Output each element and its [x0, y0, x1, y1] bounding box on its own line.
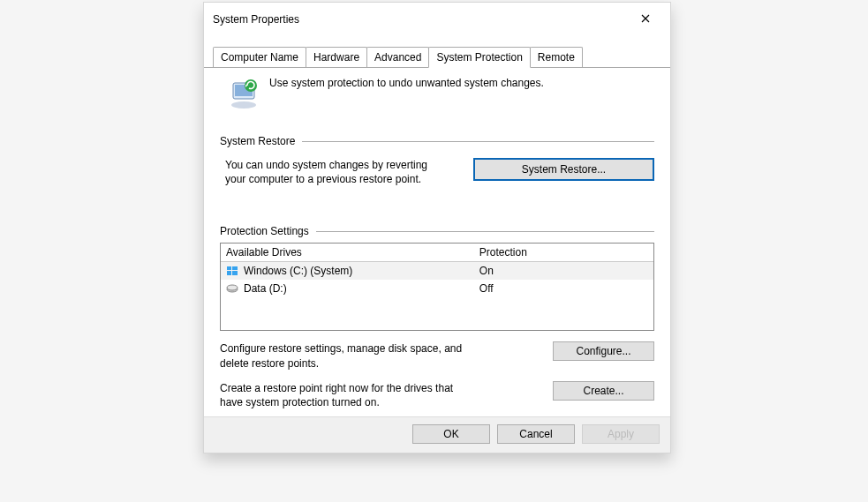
- tab-strip: Computer Name Hardware Advanced System P…: [204, 36, 670, 68]
- drive-protection: Off: [479, 282, 648, 295]
- drive-name-cell: Windows (C:) (System): [226, 265, 479, 277]
- section-protection-settings: Protection Settings: [220, 225, 654, 237]
- system-protection-icon: [227, 77, 260, 110]
- system-restore-row: You can undo system changes by reverting…: [220, 153, 654, 193]
- configure-row: Configure restore settings, manage disk …: [220, 341, 654, 370]
- available-drives-table[interactable]: Available Drives Protection Windows (C:)…: [220, 243, 654, 331]
- tab-hardware[interactable]: Hardware: [306, 47, 367, 67]
- tab-system-protection[interactable]: System Protection: [428, 47, 530, 68]
- drive-protection: On: [479, 265, 648, 277]
- system-restore-description: You can undo system changes by reverting…: [225, 158, 446, 186]
- section-label-text: System Restore: [220, 135, 295, 147]
- col-protection: Protection: [479, 246, 648, 258]
- tab-computer-name[interactable]: Computer Name: [213, 47, 306, 67]
- intro-text: Use system protection to undo unwanted s…: [269, 77, 544, 89]
- titlebar: System Properties: [204, 3, 670, 36]
- table-row[interactable]: Windows (C:) (System) On: [221, 262, 653, 280]
- svg-rect-6: [227, 271, 231, 275]
- cancel-button[interactable]: Cancel: [497, 424, 575, 444]
- section-system-restore: System Restore: [220, 135, 654, 147]
- table-row[interactable]: Data (D:) Off: [221, 280, 653, 297]
- configure-description: Configure restore settings, manage disk …: [220, 341, 467, 370]
- tab-advanced[interactable]: Advanced: [366, 47, 429, 67]
- dialog-footer: OK Cancel Apply: [204, 416, 670, 453]
- intro-row: Use system protection to undo unwanted s…: [220, 75, 654, 117]
- create-description: Create a restore point right now for the…: [220, 381, 467, 409]
- create-button[interactable]: Create...: [553, 381, 654, 401]
- close-icon: [641, 14, 650, 25]
- svg-rect-5: [232, 266, 238, 270]
- apply-button[interactable]: Apply: [582, 424, 660, 444]
- svg-point-0: [231, 101, 256, 109]
- tab-panel-system-protection: Use system protection to undo unwanted s…: [204, 68, 670, 453]
- system-restore-button[interactable]: System Restore...: [473, 158, 654, 181]
- section-label-text: Protection Settings: [220, 225, 309, 237]
- hdd-drive-icon: [226, 282, 238, 295]
- windows-drive-icon: [226, 265, 238, 277]
- close-button[interactable]: [630, 8, 661, 31]
- drive-name: Windows (C:) (System): [244, 265, 352, 277]
- configure-button[interactable]: Configure...: [553, 341, 654, 361]
- drive-name: Data (D:): [244, 282, 287, 295]
- drive-name-cell: Data (D:): [226, 282, 479, 295]
- svg-rect-4: [227, 266, 231, 270]
- tab-remote[interactable]: Remote: [530, 47, 583, 67]
- create-row: Create a restore point right now for the…: [220, 381, 654, 409]
- col-available-drives: Available Drives: [226, 246, 479, 258]
- window-title: System Properties: [213, 13, 299, 26]
- ok-button[interactable]: OK: [412, 424, 490, 444]
- divider: [302, 141, 654, 142]
- svg-rect-7: [232, 271, 238, 275]
- table-header: Available Drives Protection: [221, 244, 653, 262]
- system-properties-dialog: System Properties Computer Name Hardware…: [203, 2, 671, 453]
- svg-point-9: [227, 285, 238, 290]
- divider: [316, 231, 654, 232]
